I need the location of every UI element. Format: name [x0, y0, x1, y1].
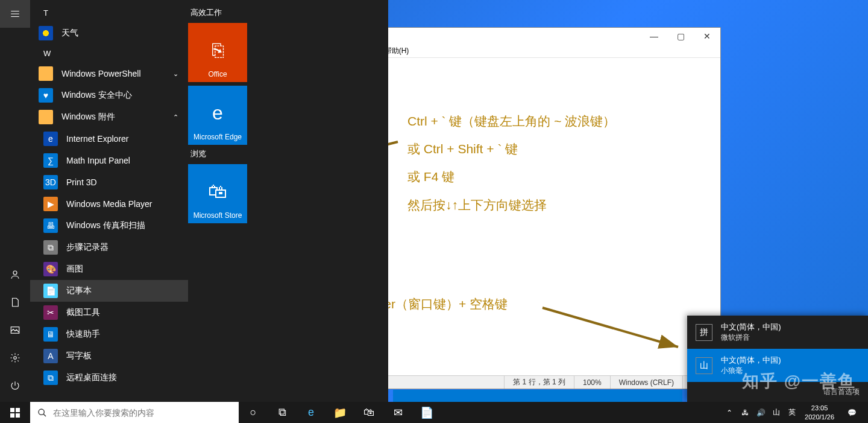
folder-powershell[interactable]: Windows PowerShell⌄ [30, 63, 188, 84]
app-rdp[interactable]: ⧉远程桌面连接 [30, 367, 188, 389]
minimize-button[interactable]: — [641, 28, 667, 45]
notepad-icon: 📄 [43, 284, 58, 298]
math-icon: ∑ [43, 153, 58, 168]
svg-point-2 [14, 357, 17, 360]
lang-badge-2: 山 [696, 357, 712, 374]
svg-point-10 [39, 409, 44, 415]
app-snip[interactable]: ✂截图工具 [30, 302, 188, 323]
cortana-icon[interactable]: ○ [239, 402, 268, 423]
app-weather[interactable]: 天气 [30, 22, 188, 44]
letter-w[interactable]: W [30, 44, 188, 63]
taskbar-search[interactable] [30, 402, 239, 423]
wmp-icon: ▶ [43, 197, 58, 211]
rdp-icon: ⧉ [43, 371, 58, 385]
quick-icon: 🖥 [43, 327, 58, 342]
tile-area: 高效工作 ⎘Office eMicrosoft Edge 浏览 🛍Microso… [188, 0, 388, 402]
tb-mail-icon[interactable]: ✉ [383, 402, 412, 423]
app-steps[interactable]: ⧉步骤记录器 [30, 237, 188, 258]
folder-icon [39, 66, 53, 81]
tray-chevron-icon[interactable]: ⌃ [722, 402, 737, 423]
lang-item-weasel[interactable]: 山 中文(简体，中国)小狼毫 [687, 349, 868, 382]
close-button[interactable]: ✕ [694, 28, 720, 45]
tb-notepad-icon[interactable]: 📄 [412, 402, 441, 423]
app-security[interactable]: ♥Windows 安全中心 [30, 84, 188, 106]
background-window-strip [393, 390, 682, 402]
action-center-icon[interactable]: 💬 [839, 409, 864, 417]
snip-icon: ✂ [43, 305, 58, 320]
svg-rect-8 [10, 413, 14, 418]
app-quick[interactable]: 🖥快速助手 [30, 323, 188, 345]
shield-icon: ♥ [39, 88, 53, 103]
search-icon [37, 408, 47, 418]
hamburger-icon[interactable] [0, 0, 30, 28]
app-wmp[interactable]: ▶Windows Media Player [30, 193, 188, 215]
start-menu: T 天气 W Windows PowerShell⌄ ♥Windows 安全中心… [0, 0, 388, 402]
taskbar-clock[interactable]: 23:05 2020/1/26 [800, 404, 839, 421]
weather-icon [39, 26, 53, 40]
svg-point-0 [13, 271, 17, 275]
taskbar: ○ ⧉ e 📁 🛍 ✉ 📄 ⌃ 🖧 🔊 山 英 23:05 2020/1/26 … [0, 402, 868, 423]
svg-rect-7 [16, 408, 20, 412]
folder-accessories[interactable]: Windows 附件⌃ [30, 106, 188, 128]
svg-rect-6 [10, 408, 14, 412]
tile-edge[interactable]: eMicrosoft Edge [188, 86, 247, 145]
search-input[interactable] [53, 408, 231, 418]
start-rail [0, 0, 30, 402]
app-ie[interactable]: eInternet Explorer [30, 128, 188, 150]
status-zoom: 100% [574, 376, 610, 389]
documents-icon[interactable] [0, 288, 30, 316]
app-wordpad[interactable]: A写字板 [30, 345, 188, 367]
tray-volume-icon[interactable]: 🔊 [753, 402, 769, 423]
lang-item-ms-pinyin[interactable]: 拼 中文(简体，中国)微软拼音 [687, 316, 868, 349]
store-icon: 🛍 [208, 180, 227, 203]
app-list[interactable]: T 天气 W Windows PowerShell⌄ ♥Windows 安全中心… [30, 0, 188, 402]
maximize-button[interactable]: ▢ [667, 28, 694, 45]
steps-icon: ⧉ [43, 240, 58, 255]
system-tray: ⌃ 🖧 🔊 山 英 23:05 2020/1/26 💬 [722, 402, 868, 423]
app-paint[interactable]: 🎨画图 [30, 258, 188, 280]
fax-icon: 🖶 [43, 218, 58, 233]
print3d-icon: 3D [43, 175, 58, 189]
tray-ime-mode-icon[interactable]: 英 [784, 402, 800, 423]
svg-rect-9 [16, 413, 20, 418]
settings-icon[interactable] [0, 344, 30, 372]
tray-network-icon[interactable]: 🖧 [737, 402, 753, 423]
svg-line-11 [43, 414, 46, 416]
tb-explorer-icon[interactable]: 📁 [326, 402, 354, 423]
app-fax[interactable]: 🖶Windows 传真和扫描 [30, 215, 188, 237]
start-button[interactable] [0, 402, 30, 423]
group-browse[interactable]: 浏览 [188, 145, 385, 164]
annotation-block-1: Ctrl + ` 键（键盘左上角的 ~ 波浪键） 或 Ctrl + Shift … [407, 107, 615, 219]
language-flyout: 拼 中文(简体，中国)微软拼音 山 中文(简体，中国)小狼毫 语言首选项 [687, 316, 868, 402]
chevron-down-icon: ⌄ [173, 70, 178, 78]
tray-ime-icon[interactable]: 山 [769, 402, 784, 423]
ie-icon: e [43, 132, 58, 146]
group-productivity[interactable]: 高效工作 [188, 4, 385, 23]
tb-edge-icon[interactable]: e [297, 402, 326, 423]
edge-icon: e [212, 102, 223, 124]
status-eol: Windows (CRLF) [610, 376, 682, 389]
task-view-icon[interactable]: ⧉ [268, 402, 297, 423]
app-print3d[interactable]: 3DPrint 3D [30, 171, 188, 193]
chevron-up-icon: ⌃ [173, 113, 178, 121]
tile-office[interactable]: ⎘Office [188, 23, 247, 82]
paint-icon: 🎨 [43, 262, 58, 276]
user-icon[interactable] [0, 261, 30, 288]
tb-store-icon[interactable]: 🛍 [354, 402, 383, 423]
power-icon[interactable] [0, 372, 30, 399]
lang-badge-1: 拼 [696, 324, 712, 341]
lang-preferences-link[interactable]: 语言首选项 [687, 382, 868, 402]
folder-icon [39, 110, 53, 124]
letter-t[interactable]: T [30, 4, 188, 22]
pictures-icon[interactable] [0, 316, 30, 344]
app-notepad[interactable]: 📄记事本 [30, 280, 188, 302]
tile-store[interactable]: 🛍Microsoft Store [188, 164, 247, 223]
app-math[interactable]: ∑Math Input Panel [30, 150, 188, 171]
status-pos: 第 1 行，第 1 列 [504, 376, 574, 389]
wordpad-icon: A [43, 349, 58, 363]
office-icon: ⎘ [212, 39, 224, 62]
